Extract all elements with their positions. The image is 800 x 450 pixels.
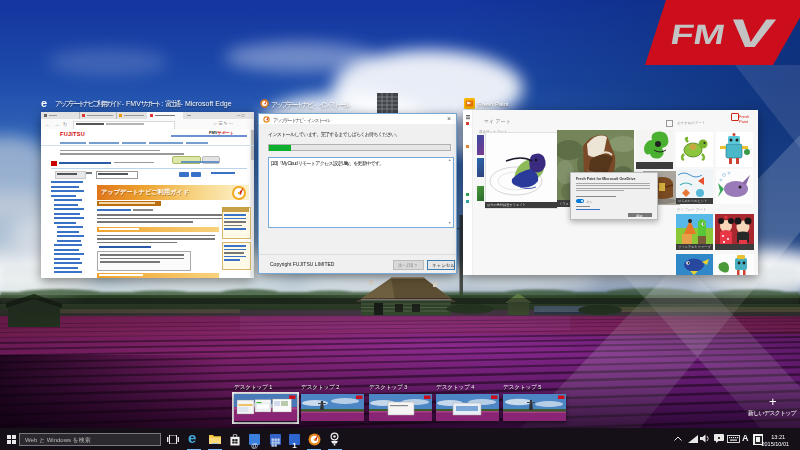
svg-text:V: V: [726, 11, 778, 56]
svg-text:FM: FM: [668, 18, 728, 50]
